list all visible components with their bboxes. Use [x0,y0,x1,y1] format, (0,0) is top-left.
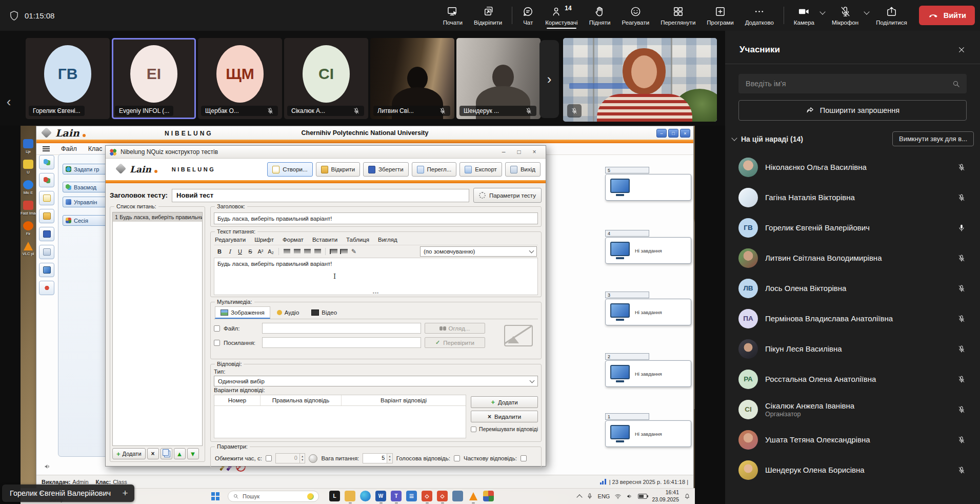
weight-spinner[interactable]: 5▲▼ [363,453,392,463]
subscript-button[interactable]: A₂ [266,247,275,256]
menu-class[interactable]: Клас [88,145,103,152]
bold-button[interactable]: B [215,247,224,256]
student-tile[interactable]: 5 [605,167,695,201]
participants-button[interactable]: 14 Користувачі [539,1,583,30]
mic-muted-icon[interactable] [957,436,966,444]
apps-button[interactable]: Програми [701,1,739,30]
link-checkbox[interactable] [214,340,220,346]
camera-options-chevron[interactable] [819,9,825,14]
taskbar-search[interactable]: Пошук [228,491,319,502]
italic-button[interactable]: I [225,247,234,256]
explorer-icon[interactable] [345,491,355,501]
tab-image[interactable]: Зображення [215,306,270,319]
share-button[interactable]: Поділитися [870,1,912,30]
participant-row[interactable]: Шендерук Олена Борисівна [725,455,980,485]
spotlight-video[interactable] [563,38,717,122]
participant-row[interactable]: СІ Сікалюк Анжела Іванівна Організатор [725,394,980,424]
mic-muted-icon[interactable] [957,193,966,202]
dialog-close-button[interactable]: × [527,147,542,157]
highlight-pen-icon[interactable]: ✎ [349,247,358,256]
teams-icon[interactable]: T [391,491,402,501]
answer-type-select[interactable]: Одиночний вибір [214,376,538,386]
test-params-button[interactable]: Параметри тесту [473,188,542,203]
student-tile[interactable]: 3 Ні завдання [605,292,695,325]
start-button[interactable] [211,492,215,496]
question-header-input[interactable]: Будь ласка, виберіть правильний варіант! [214,212,538,224]
app-icon-doc[interactable]: ☰ [406,491,417,501]
tray-expand-chevron[interactable] [576,494,582,500]
underline-button[interactable]: U [235,247,245,256]
participant-row[interactable]: ПА Пермінова Владислава Анатоліївна [725,303,980,334]
menu-insert[interactable]: Вставити [312,237,337,243]
create-button[interactable]: Створи... [267,162,312,177]
mic-muted-icon[interactable] [957,163,966,171]
more-button[interactable]: Додатково [739,1,779,30]
mic-options-chevron[interactable] [864,9,870,14]
menu-edit[interactable]: Редагувати [215,237,246,243]
align-right-button[interactable] [303,247,312,256]
wifi-icon[interactable] [614,493,622,500]
tray-mic-icon[interactable] [586,493,593,500]
rail-export-button[interactable] [39,245,54,259]
desktop-icon[interactable]: Fir [21,221,36,236]
menu-format[interactable]: Формат [283,237,304,243]
view-button[interactable]: Переглянути [655,1,701,30]
open-button[interactable]: Відкрити [316,162,360,177]
leave-button[interactable]: Вийти [919,6,975,25]
desktop-icon[interactable]: U [21,160,36,175]
menu-view[interactable]: Вигляд [378,237,397,243]
remove-answer-button[interactable]: ×Видалити [471,411,538,422]
mic-muted-icon[interactable] [957,345,966,353]
participant-row[interactable]: Ушата Тетяна Олександрівна [725,424,980,455]
menu-table[interactable]: Таблиця [346,237,369,243]
menu-file[interactable]: Файл [61,145,77,152]
strikethrough-button[interactable]: S [246,247,255,256]
camera-button[interactable]: Камера [788,1,820,30]
questions-list[interactable]: 1 Будь ласка, виберіть правильний .. [112,212,203,446]
rail-save-button[interactable] [39,227,54,241]
raise-hand-button[interactable]: Підняти [584,1,616,30]
desktop-icon[interactable]: Fast Image [21,201,36,216]
dialog-maximize-button[interactable]: □ [512,147,526,157]
rail-chat-button[interactable] [39,155,54,169]
start-share-button[interactable]: Почати [437,1,468,30]
mic-muted-icon[interactable] [957,405,966,414]
participant-row[interactable]: ЛВ Лось Олена Вікторівна [725,273,980,303]
mic-muted-icon[interactable] [957,375,966,383]
menu-font[interactable]: Шрифт [254,237,274,243]
notification-bell-icon[interactable] [684,493,691,500]
delete-question-button[interactable]: × [147,448,159,459]
rail-pair-button[interactable] [39,173,54,187]
font-select[interactable]: (по зомовчуванню) [420,246,537,257]
app-icon-orange1[interactable]: ◇ [422,491,432,501]
chat-button[interactable]: Чат [516,1,539,30]
mic-muted-icon[interactable] [957,466,966,474]
video-tile[interactable]: Литвин Сві... [370,38,454,119]
copy-question-button[interactable] [161,448,172,459]
desktop-icon[interactable]: Це [21,139,36,154]
volume-icon[interactable] [44,462,52,471]
unpin-button[interactable]: Відкріпити [468,1,508,30]
video-tile[interactable]: ГВ Горелик Євгені... [26,38,110,119]
numbered-list-button[interactable] [339,247,348,256]
export-button[interactable]: Експорт [459,162,502,177]
time-limit-spinner[interactable]: 0▲▼ [275,453,305,463]
file-checkbox[interactable] [214,325,220,332]
tab-audio[interactable]: Аудіо [271,306,305,318]
save-button[interactable]: Зберегти [363,162,408,177]
mic-muted-icon[interactable] [957,284,966,293]
file-input[interactable] [262,323,421,334]
shuffle-checkbox[interactable] [471,427,476,432]
search-input[interactable] [745,79,948,88]
session-button[interactable]: Сесія [63,215,112,226]
mic-muted-icon[interactable] [957,254,966,262]
align-center-button[interactable] [292,247,302,256]
video-tile[interactable]: СІ Сікалюк А... [284,38,368,119]
section-chevron-icon[interactable] [731,135,737,141]
video-tile[interactable]: Шендерук ... [456,38,541,119]
menu-icon[interactable] [43,146,50,151]
question-item-selected[interactable]: 1 Будь ласка, виберіть правильний .. [113,212,202,222]
strip-next-button[interactable]: › [539,40,559,118]
app-icon-l[interactable]: L [329,491,340,501]
verify-button[interactable]: ✓Перевірити [425,337,485,348]
